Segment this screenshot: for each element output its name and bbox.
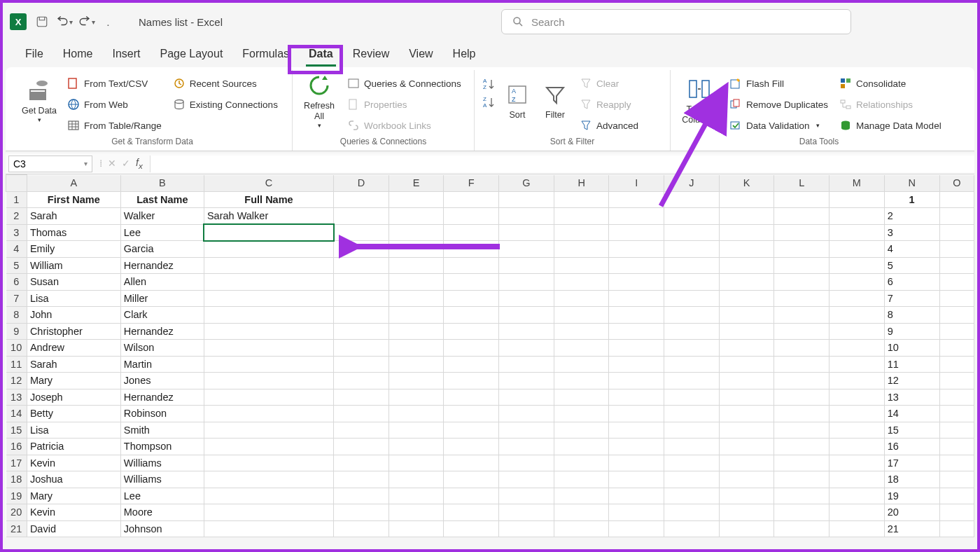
- cell-C11[interactable]: [204, 356, 333, 373]
- cell-B20[interactable]: Moore: [120, 504, 204, 521]
- cell-C2[interactable]: Sarah Walker: [204, 208, 333, 225]
- cell-J14[interactable]: [664, 406, 720, 422]
- cell-G20[interactable]: [499, 504, 554, 521]
- cell-J7[interactable]: [664, 290, 720, 307]
- cell-G18[interactable]: [499, 471, 554, 488]
- cell-N14[interactable]: 14: [884, 406, 939, 422]
- row-header-7[interactable]: 7: [6, 290, 27, 307]
- cell-D1[interactable]: [334, 191, 389, 208]
- cell-B8[interactable]: Clark: [120, 307, 204, 324]
- cell-A13[interactable]: Joseph: [27, 389, 120, 406]
- from-web-button[interactable]: From Web: [64, 95, 164, 113]
- cell-F15[interactable]: [444, 422, 499, 439]
- cell-C21[interactable]: [204, 520, 333, 537]
- cell-D6[interactable]: [334, 274, 389, 291]
- qat-dropdown-icon[interactable]: ⡀: [101, 13, 118, 30]
- cell-K8[interactable]: [719, 307, 774, 324]
- cell-B3[interactable]: Lee: [120, 224, 204, 241]
- queries-connections-button[interactable]: Queries & Connections: [344, 74, 464, 92]
- row-header-17[interactable]: 17: [6, 455, 27, 471]
- cell-F17[interactable]: [444, 455, 499, 471]
- cell-G7[interactable]: [499, 290, 554, 307]
- cell-F9[interactable]: [444, 323, 499, 340]
- cell-I13[interactable]: [609, 389, 664, 406]
- tab-insert[interactable]: Insert: [102, 43, 150, 64]
- cell-C15[interactable]: [204, 422, 333, 439]
- cell-N21[interactable]: 21: [884, 520, 939, 537]
- cell-F18[interactable]: [444, 471, 499, 488]
- cell-K17[interactable]: [719, 455, 774, 471]
- row-header-20[interactable]: 20: [6, 504, 27, 521]
- row-header-8[interactable]: 8: [6, 307, 27, 324]
- column-header-I[interactable]: I: [609, 175, 664, 192]
- cell-O11[interactable]: [939, 356, 974, 373]
- cell-E10[interactable]: [388, 340, 444, 357]
- cell-H17[interactable]: [554, 455, 609, 471]
- cell-M18[interactable]: [829, 471, 884, 488]
- cell-L16[interactable]: [774, 439, 830, 455]
- cell-C13[interactable]: [204, 389, 333, 406]
- cell-C4[interactable]: [204, 241, 333, 258]
- cell-C12[interactable]: [204, 373, 333, 389]
- cell-J12[interactable]: [664, 373, 720, 389]
- cell-N7[interactable]: 7: [884, 290, 939, 307]
- cell-N12[interactable]: 12: [884, 373, 939, 389]
- row-header-13[interactable]: 13: [6, 389, 27, 406]
- cell-G15[interactable]: [499, 422, 554, 439]
- text-to-columns-button[interactable]: Text to Columns: [678, 73, 721, 129]
- cell-E15[interactable]: [388, 422, 444, 439]
- cell-A6[interactable]: Susan: [27, 274, 120, 291]
- column-header-C[interactable]: C: [204, 175, 333, 192]
- from-table-range-button[interactable]: From Table/Range: [64, 116, 164, 134]
- cell-G10[interactable]: [499, 340, 554, 357]
- workbook-links-button[interactable]: Workbook Links: [344, 116, 464, 134]
- cell-B21[interactable]: Johnson: [120, 520, 204, 537]
- cell-N17[interactable]: 17: [884, 455, 939, 471]
- select-all-corner[interactable]: [6, 175, 27, 192]
- cell-O17[interactable]: [939, 455, 974, 471]
- redo-icon[interactable]: ▾: [78, 13, 95, 30]
- cell-I6[interactable]: [609, 274, 664, 291]
- cell-M11[interactable]: [829, 356, 884, 373]
- undo-icon[interactable]: ▾: [56, 13, 73, 30]
- row-header-2[interactable]: 2: [6, 208, 27, 225]
- cell-O2[interactable]: [939, 208, 974, 225]
- existing-connections-button[interactable]: Existing Connections: [170, 95, 281, 113]
- cell-N1[interactable]: 1: [884, 191, 939, 208]
- cell-K5[interactable]: [719, 257, 774, 274]
- advanced-button[interactable]: Advanced: [577, 116, 641, 134]
- cell-C17[interactable]: [204, 455, 333, 471]
- from-text-csv-button[interactable]: From Text/CSV: [64, 74, 164, 92]
- cell-H14[interactable]: [554, 406, 609, 422]
- cell-H12[interactable]: [554, 373, 609, 389]
- cell-J16[interactable]: [664, 439, 720, 455]
- cell-E2[interactable]: [388, 208, 444, 225]
- cell-D17[interactable]: [334, 455, 389, 471]
- column-header-B[interactable]: B: [120, 175, 204, 192]
- cell-D5[interactable]: [334, 257, 389, 274]
- cell-O1[interactable]: [939, 191, 974, 208]
- cell-B13[interactable]: Hernandez: [120, 389, 204, 406]
- cell-M16[interactable]: [829, 439, 884, 455]
- cell-O10[interactable]: [939, 340, 974, 357]
- cell-L2[interactable]: [774, 208, 830, 225]
- cell-C20[interactable]: [204, 504, 333, 521]
- cell-D15[interactable]: [334, 422, 389, 439]
- cell-D3[interactable]: [334, 224, 389, 241]
- cell-D20[interactable]: [334, 504, 389, 521]
- cell-G3[interactable]: [499, 224, 554, 241]
- cell-M20[interactable]: [829, 504, 884, 521]
- column-header-F[interactable]: F: [444, 175, 499, 192]
- cell-C7[interactable]: [204, 290, 333, 307]
- row-header-16[interactable]: 16: [6, 439, 27, 455]
- column-header-H[interactable]: H: [554, 175, 609, 192]
- cell-C6[interactable]: [204, 274, 333, 291]
- cell-B10[interactable]: Wilson: [120, 340, 204, 357]
- cell-N13[interactable]: 13: [884, 389, 939, 406]
- cell-M14[interactable]: [829, 406, 884, 422]
- column-header-D[interactable]: D: [334, 175, 389, 192]
- row-header-4[interactable]: 4: [6, 241, 27, 258]
- column-header-O[interactable]: O: [939, 175, 974, 192]
- cell-O15[interactable]: [939, 422, 974, 439]
- name-box[interactable]: C3▾: [8, 156, 92, 172]
